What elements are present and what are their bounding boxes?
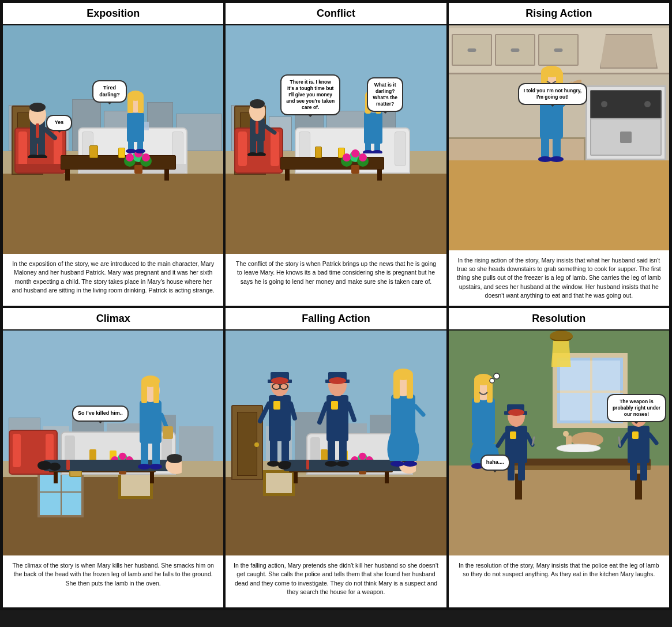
svg-point-49 xyxy=(363,150,373,153)
svg-point-127 xyxy=(336,461,349,467)
svg-line-37 xyxy=(265,126,275,133)
svg-line-156 xyxy=(498,434,505,446)
svg-rect-132 xyxy=(407,374,413,399)
cell-resolution: Resolution xyxy=(448,307,670,609)
svg-rect-131 xyxy=(393,374,400,399)
text-exposition: In the exposition of the story, we are i… xyxy=(3,254,223,306)
svg-rect-143 xyxy=(474,380,480,403)
bubble-conflict2: What is itdarling?What's thematter? xyxy=(367,77,403,112)
scene-falling xyxy=(226,331,446,555)
svg-line-122 xyxy=(320,404,326,422)
header-rising: Rising Action xyxy=(449,3,669,25)
svg-rect-86 xyxy=(152,442,160,465)
svg-line-167 xyxy=(620,434,628,446)
header-falling: Falling Action xyxy=(226,308,446,331)
svg-line-157 xyxy=(527,434,532,445)
text-falling: In the falling action, Mary pretends she… xyxy=(226,555,446,607)
svg-point-77 xyxy=(49,463,61,471)
svg-point-134 xyxy=(391,461,404,467)
svg-rect-117 xyxy=(331,401,338,410)
text-climax: The climax of the story is when Mary kil… xyxy=(3,555,223,607)
svg-rect-61 xyxy=(541,137,549,157)
svg-rect-39 xyxy=(257,140,264,154)
svg-point-115 xyxy=(279,461,291,467)
svg-point-50 xyxy=(372,150,382,153)
svg-line-169 xyxy=(619,437,620,446)
svg-rect-12 xyxy=(30,142,37,156)
svg-rect-13 xyxy=(38,142,45,156)
svg-point-35 xyxy=(250,99,265,108)
svg-point-121 xyxy=(329,377,346,384)
svg-point-88 xyxy=(149,464,162,470)
cell-climax: Climax xyxy=(2,307,224,609)
header-conflict: Conflict xyxy=(226,3,446,25)
bubble-yes: Yes xyxy=(46,115,72,131)
svg-point-15 xyxy=(36,155,47,158)
svg-point-155 xyxy=(508,409,524,416)
cell-exposition: Exposition xyxy=(2,2,224,307)
svg-rect-10 xyxy=(36,123,39,138)
svg-point-23 xyxy=(126,149,136,153)
svg-rect-161 xyxy=(628,426,650,463)
svg-point-9 xyxy=(29,103,46,112)
svg-point-135 xyxy=(403,461,417,467)
storyboard-grid: Exposition xyxy=(0,0,672,610)
svg-rect-19 xyxy=(127,96,133,113)
svg-line-110 xyxy=(260,404,269,421)
cell-conflict: Conflict xyxy=(224,2,447,307)
svg-point-139 xyxy=(557,444,600,452)
svg-rect-42 xyxy=(364,112,382,144)
svg-point-126 xyxy=(325,461,337,467)
svg-rect-36 xyxy=(256,121,258,134)
svg-line-123 xyxy=(348,404,354,420)
header-climax: Climax xyxy=(3,308,223,331)
svg-rect-62 xyxy=(553,137,561,157)
svg-point-32 xyxy=(359,153,367,162)
svg-point-4 xyxy=(126,153,134,162)
svg-line-133 xyxy=(415,406,423,415)
svg-rect-99 xyxy=(306,460,309,470)
svg-point-87 xyxy=(138,464,151,470)
svg-rect-125 xyxy=(339,440,347,463)
cell-falling: Falling Action xyxy=(224,307,447,609)
scene-resolution: The weapon isprobably right underour nos… xyxy=(449,331,669,555)
bubble-rising: I told you I'm not hungry,I'm going out! xyxy=(518,83,588,105)
svg-line-168 xyxy=(650,434,656,443)
svg-rect-26 xyxy=(351,165,359,174)
svg-rect-112 xyxy=(270,440,277,463)
header-exposition: Exposition xyxy=(3,3,223,25)
svg-rect-151 xyxy=(510,431,516,439)
svg-rect-38 xyxy=(250,140,256,154)
svg-rect-102 xyxy=(273,401,280,410)
bubble-resolution1: The weapon isprobably right underour nos… xyxy=(607,394,666,422)
svg-point-30 xyxy=(343,153,351,162)
svg-rect-0 xyxy=(134,165,142,174)
svg-rect-140 xyxy=(472,398,495,444)
text-rising: In the rising action of the story, Mary … xyxy=(449,250,669,306)
svg-rect-25 xyxy=(144,122,149,130)
cell-rising: Rising Action xyxy=(448,2,670,307)
svg-point-138 xyxy=(563,431,569,437)
text-conflict: The conflict of the story is when Patric… xyxy=(226,254,446,306)
text-resolution: In the resolution of the story, Mary ins… xyxy=(449,555,669,607)
bubble-tired: Tireddarling? xyxy=(92,80,127,103)
svg-point-64 xyxy=(550,156,564,162)
svg-rect-160 xyxy=(518,462,525,480)
svg-point-6 xyxy=(142,153,150,162)
svg-point-41 xyxy=(256,152,266,156)
bubble-climax: So I've killed him.. xyxy=(72,406,129,422)
svg-point-76 xyxy=(37,461,51,470)
scene-conflict: There it is. I knowit's a tough time but… xyxy=(226,25,446,254)
bubble-resolution2: haha.... xyxy=(480,455,510,471)
scene-rising: I told you I'm not hungry,I'm going out! xyxy=(449,25,669,250)
svg-rect-162 xyxy=(632,431,639,439)
svg-rect-82 xyxy=(153,381,159,403)
svg-point-24 xyxy=(135,149,145,153)
svg-point-114 xyxy=(267,461,280,467)
header-resolution: Resolution xyxy=(449,308,669,331)
svg-line-111 xyxy=(291,404,295,418)
svg-point-109 xyxy=(271,377,288,384)
svg-rect-16 xyxy=(127,113,144,142)
svg-rect-85 xyxy=(141,442,148,465)
svg-point-146 xyxy=(494,373,500,379)
